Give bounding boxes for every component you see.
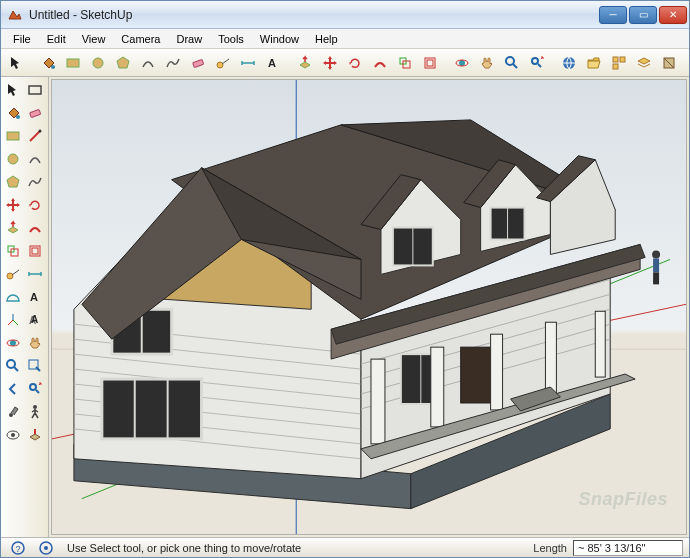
svg-point-21 (16, 115, 20, 119)
close-button[interactable]: ✕ (659, 6, 687, 24)
titlebar: Untitled - SketchUp ─ ▭ ✕ (1, 1, 689, 29)
freehand-icon[interactable] (162, 52, 184, 74)
svg-text:A: A (31, 314, 38, 325)
model-viewport[interactable]: SnapFiles (51, 79, 687, 535)
polygon-icon[interactable] (112, 52, 134, 74)
menu-camera[interactable]: Camera (113, 31, 168, 47)
section-icon[interactable] (658, 52, 680, 74)
text-icon[interactable]: A (25, 287, 45, 307)
zoom-extents-icon[interactable] (526, 52, 548, 74)
toolbar-top: A (1, 49, 689, 77)
zoom-window-icon[interactable] (25, 356, 45, 376)
menu-file[interactable]: File (5, 31, 39, 47)
menu-draw[interactable]: Draw (168, 31, 210, 47)
menu-help[interactable]: Help (307, 31, 346, 47)
followme-icon[interactable] (369, 52, 391, 74)
app-window: Untitled - SketchUp ─ ▭ ✕ FileEditViewCa… (0, 0, 690, 558)
zoom-icon[interactable] (3, 356, 23, 376)
paint-bucket-icon[interactable] (37, 52, 59, 74)
circle-icon[interactable] (3, 149, 23, 169)
svg-rect-76 (545, 322, 556, 394)
svg-rect-20 (29, 86, 41, 94)
orbit-icon[interactable] (451, 52, 473, 74)
menu-bar: FileEditViewCameraDrawToolsWindowHelp (1, 29, 689, 49)
svg-rect-16 (613, 57, 618, 62)
dimension-icon[interactable] (237, 52, 259, 74)
svg-point-94 (652, 250, 660, 258)
move-icon[interactable] (319, 52, 341, 74)
svg-point-0 (51, 65, 55, 69)
svg-text:?: ? (15, 544, 20, 554)
text-icon[interactable]: A (262, 52, 284, 74)
menu-view[interactable]: View (74, 31, 114, 47)
eraser-icon[interactable] (187, 52, 209, 74)
status-hint: Use Select tool, or pick one thing to mo… (63, 542, 527, 554)
rectangle-icon[interactable] (3, 126, 23, 146)
pushpull-icon[interactable] (294, 52, 316, 74)
svg-rect-96 (653, 272, 659, 284)
offset-icon[interactable] (419, 52, 441, 74)
menu-tools[interactable]: Tools (210, 31, 252, 47)
walk-icon[interactable] (25, 402, 45, 422)
svg-point-39 (30, 384, 36, 390)
svg-rect-95 (653, 258, 659, 272)
3dtext-icon[interactable]: AA (25, 310, 45, 330)
3dwarehouse-icon[interactable] (558, 52, 580, 74)
help-icon[interactable] (35, 537, 57, 559)
axes-icon[interactable] (3, 310, 23, 330)
protractor-icon[interactable] (3, 287, 23, 307)
svg-text:A: A (30, 291, 38, 303)
section-plane-icon[interactable] (25, 425, 45, 445)
arc-icon[interactable] (25, 149, 45, 169)
offset-icon[interactable] (25, 241, 45, 261)
app-icon (7, 7, 23, 23)
dimension-icon[interactable] (25, 264, 45, 284)
tape-measure-icon[interactable] (3, 264, 23, 284)
arc-icon[interactable] (137, 52, 159, 74)
svg-point-100 (44, 546, 48, 550)
svg-rect-59 (102, 379, 202, 439)
scale-icon[interactable] (3, 241, 23, 261)
tape-measure-icon[interactable] (212, 52, 234, 74)
move-icon[interactable] (3, 195, 23, 215)
svg-rect-22 (30, 109, 41, 117)
layers-icon[interactable] (633, 52, 655, 74)
select-arrow-icon[interactable] (5, 52, 27, 74)
circle-icon[interactable] (87, 52, 109, 74)
pushpull-icon[interactable] (3, 218, 23, 238)
svg-point-41 (33, 405, 37, 409)
pan-icon[interactable] (25, 333, 45, 353)
zoom-icon[interactable] (501, 52, 523, 74)
svg-point-5 (217, 62, 223, 68)
select-arrow-icon[interactable] (3, 80, 23, 100)
paint-bucket-icon[interactable] (3, 103, 23, 123)
previous-icon[interactable] (3, 379, 23, 399)
rotate-icon[interactable] (25, 195, 45, 215)
svg-rect-30 (32, 248, 38, 254)
maximize-button[interactable]: ▭ (629, 6, 657, 24)
open-icon[interactable] (583, 52, 605, 74)
svg-point-14 (532, 58, 538, 64)
freehand-icon[interactable] (25, 172, 45, 192)
rectangle-icon[interactable] (62, 52, 84, 74)
make-component-icon[interactable] (25, 80, 45, 100)
followme-icon[interactable] (25, 218, 45, 238)
position-camera-icon[interactable] (3, 402, 23, 422)
line-icon[interactable] (25, 126, 45, 146)
component-icon[interactable] (608, 52, 630, 74)
eraser-icon[interactable] (25, 103, 45, 123)
zoom-extents-icon[interactable] (25, 379, 45, 399)
menu-edit[interactable]: Edit (39, 31, 74, 47)
svg-marker-26 (7, 176, 19, 187)
pan-icon[interactable] (476, 52, 498, 74)
length-label: Length (533, 542, 567, 554)
orbit-icon[interactable] (3, 333, 23, 353)
look-around-icon[interactable] (3, 425, 23, 445)
main-area: AAA (1, 77, 689, 537)
minimize-button[interactable]: ─ (599, 6, 627, 24)
scale-icon[interactable] (394, 52, 416, 74)
info-icon[interactable]: ? (7, 537, 29, 559)
rotate-icon[interactable] (344, 52, 366, 74)
menu-window[interactable]: Window (252, 31, 307, 47)
polygon-icon[interactable] (3, 172, 23, 192)
